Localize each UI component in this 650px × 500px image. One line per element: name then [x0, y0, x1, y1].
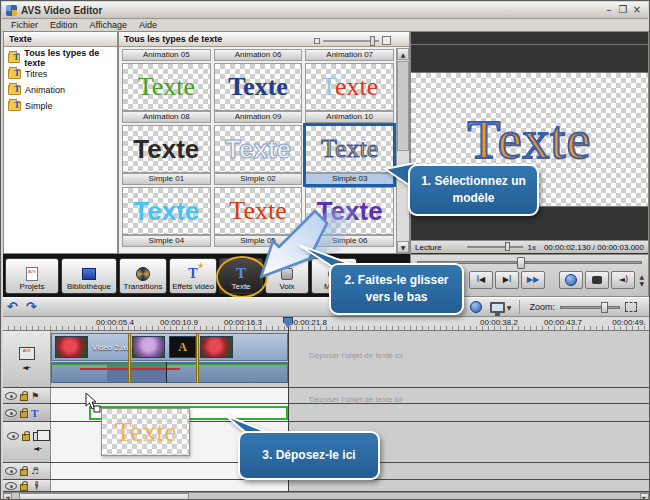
monitor-icon[interactable] [490, 302, 505, 313]
template-label[interactable]: Animation 06 [214, 49, 303, 61]
redo-icon[interactable]: ↷ [22, 299, 41, 315]
callout-step2: 2. Faites-le glisser vers le bas [329, 263, 464, 315]
visibility-eye-icon[interactable] [5, 482, 17, 490]
drag-cursor-icon [85, 393, 101, 413]
ruler-label: 00:00:38.2 [480, 318, 518, 327]
ruler-label: 00:00:10.9 [160, 318, 198, 327]
template-animation-09[interactable]: Texte Animation 09 [214, 63, 303, 123]
visibility-eye-icon[interactable] [7, 432, 19, 440]
tree-item-simple[interactable]: T Simple [4, 98, 117, 114]
tree-item-animation[interactable]: T Animation [4, 82, 117, 98]
menu-aide[interactable]: Aide [134, 20, 162, 30]
voice-track[interactable]: 🕴 [3, 480, 649, 492]
lock-icon[interactable] [20, 469, 28, 476]
zoom-slider-thumb[interactable] [601, 302, 608, 313]
template-label[interactable]: Animation 07 [305, 49, 394, 61]
avs-video-editor-window: AVS Video Editor – ❒ × Fichier Edition A… [0, 0, 650, 500]
lock-icon[interactable] [20, 394, 28, 401]
undo-icon[interactable]: ↶ [3, 299, 22, 315]
drop-hint-text: Déposer l'objet de texte ici [309, 395, 403, 404]
menu-fichier[interactable]: Fichier [6, 20, 43, 30]
clip-thumbnail-purple-flowers[interactable] [132, 336, 165, 358]
timeline-zoom-slider[interactable] [560, 306, 620, 309]
volume-dropdown-icon[interactable]: ▲▼ [639, 273, 644, 287]
projects-icon: AVS [26, 266, 38, 282]
template-simple-04[interactable]: Texte Simple 04 [122, 187, 211, 247]
timeline-ruler[interactable]: 00:00:05.4 00:00:10.9 00:00:16.3 00:00:2… [3, 317, 649, 331]
overlay-track-header: ◄- [3, 422, 51, 462]
drop-hint-video: Déposer l'objet de texte ici [309, 351, 403, 360]
gallery-scrollbar-thumb[interactable] [397, 61, 409, 151]
previous-frame-button[interactable]: I◀ [469, 271, 493, 289]
dragged-text-ghost: Texte [101, 408, 190, 456]
menu-edition[interactable]: Edition [45, 20, 83, 30]
preview-text: Texte [467, 109, 591, 171]
lock-icon[interactable] [20, 484, 28, 491]
video-clip-strip[interactable]: Vidéo 2.avi A [51, 333, 288, 361]
snapshot-camera-button[interactable] [585, 271, 609, 289]
volume-button[interactable]: ◄) [611, 271, 635, 289]
bibliotheque-button[interactable]: Bibliothèque [61, 258, 117, 294]
size-slider-thumb[interactable] [370, 36, 375, 46]
template-animation-08[interactable]: Texte Animation 08 [122, 63, 211, 123]
template-animation-10[interactable]: Texte Animation 10 [305, 63, 394, 123]
maximize-button[interactable]: ❒ [616, 4, 630, 16]
template-simple-02[interactable]: Texte Simple 02 [214, 125, 303, 185]
tree-item-tous-les-types[interactable]: T Tous les types de texte [4, 50, 117, 66]
clip-thumbnail-flower[interactable] [55, 336, 88, 358]
lock-icon[interactable] [22, 434, 30, 441]
template-label[interactable]: Animation 05 [122, 49, 211, 61]
hscrollbar-thumb[interactable] [19, 493, 189, 500]
publish-icon[interactable] [470, 301, 482, 313]
menu-affichage[interactable]: Affichage [85, 20, 132, 30]
split-button[interactable] [559, 271, 583, 289]
scroll-left-icon[interactable]: ◄ [3, 493, 12, 500]
tree-item-titres[interactable]: T Titres [4, 66, 117, 82]
volume-envelope-line[interactable] [51, 363, 288, 365]
close-button[interactable]: × [630, 4, 644, 16]
text-track-icon: T [31, 407, 38, 419]
transitions-button[interactable]: Transitions [119, 258, 167, 294]
effects-track-icon: ⚑ [31, 391, 39, 401]
app-icon [6, 5, 17, 16]
folder-text-icon: T [8, 101, 21, 111]
lock-icon[interactable] [20, 411, 28, 418]
transition-marker[interactable] [128, 333, 131, 383]
ruler-label: 00:00:16.3 [224, 318, 262, 327]
ruler-label: 00:00:49. [612, 318, 645, 327]
transition-marker[interactable] [196, 333, 199, 383]
visibility-eye-icon[interactable] [5, 467, 17, 475]
effets-video-button[interactable]: T★ Effets vidéo [169, 258, 217, 294]
clip-thumbnail-letter[interactable]: A [169, 336, 196, 358]
scroll-down-icon[interactable]: ▼ [397, 241, 409, 253]
voice-track-icon: 🕴 [31, 481, 42, 491]
audio-waveform-strip[interactable] [51, 362, 288, 383]
callout-step1: 1. Sélectionnez un modèle [408, 164, 539, 216]
speaker-mute-icon[interactable]: ◄- [33, 444, 42, 453]
projets-button[interactable]: AVS Projets [5, 258, 59, 294]
fast-forward-button[interactable]: ▶▶ [521, 271, 545, 289]
scroll-up-icon[interactable]: ▲ [397, 48, 409, 60]
gallery-scrollbar[interactable]: ▲ ▼ [396, 48, 409, 253]
timeline-hscrollbar[interactable]: ◄ ► [3, 492, 649, 500]
audio-mix-track-icon: ♬ [31, 466, 39, 476]
visibility-eye-icon[interactable] [5, 392, 17, 400]
fit-timeline-icon[interactable] [625, 302, 637, 312]
speed-value: 1x [527, 243, 535, 252]
title-bar[interactable]: AVS Video Editor – ❒ × [2, 2, 648, 19]
template-simple-03-selected[interactable]: Texte Simple 03 [305, 125, 394, 185]
next-frame-button[interactable]: ▶I [495, 271, 519, 289]
template-simple-01[interactable]: Texte Simple 01 [122, 125, 211, 185]
thumbnail-size-slider[interactable] [314, 36, 391, 45]
monitor-dropdown-icon[interactable]: ▼ [507, 304, 512, 311]
ruler-label: 00:00:43.7 [544, 318, 582, 327]
clip-thumbnail-flower[interactable] [200, 336, 233, 358]
scroll-right-icon[interactable]: ► [640, 493, 649, 500]
minimize-button[interactable]: – [602, 4, 616, 16]
library-panel-header: Texte [4, 32, 117, 47]
speaker-mute-icon[interactable]: ◄- [22, 363, 31, 372]
overlay-track-icon [33, 432, 44, 441]
seek-slider-thumb[interactable] [517, 257, 525, 269]
visibility-eye-icon[interactable] [5, 409, 17, 417]
speed-slider[interactable] [467, 246, 523, 248]
